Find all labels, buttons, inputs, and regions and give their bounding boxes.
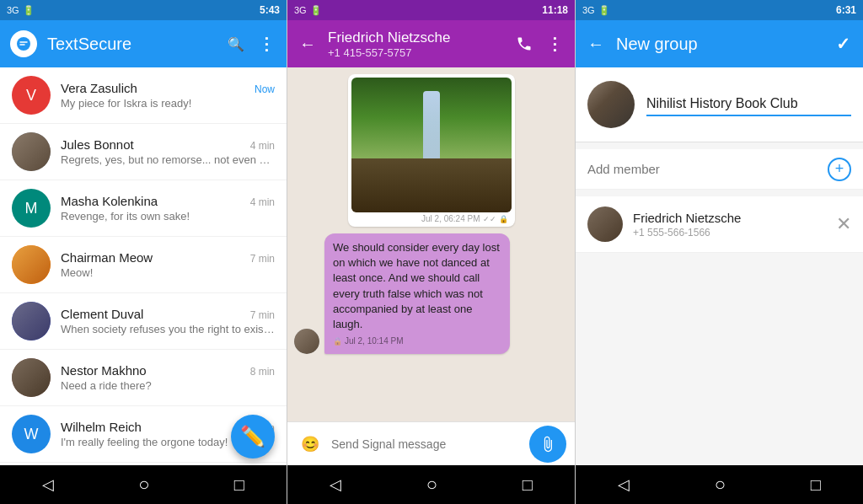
chat-info-jules: Jules Bonnot 4 min Regrets, yes, but no … bbox=[61, 137, 275, 166]
nav-back-1[interactable] bbox=[25, 469, 71, 501]
menu-icon-2[interactable] bbox=[544, 34, 565, 54]
chat-name-nestor: Nestor Makhno bbox=[61, 363, 147, 378]
chat-preview-meow: Meow! bbox=[61, 266, 275, 279]
status-left-3: 3G 🔋 bbox=[582, 5, 610, 16]
new-group-body: + Friedrich Nietzsche +1 555-566-1566 ✕ bbox=[576, 67, 863, 465]
contact-name-header: Friedrich Nietzsche bbox=[328, 29, 504, 46]
chat-name-row-jules: Jules Bonnot 4 min bbox=[61, 137, 275, 152]
chat-name-row-clement: Clement Duval 7 min bbox=[61, 307, 275, 321]
add-member-section: + bbox=[576, 149, 863, 190]
app-header-1: TextSecure bbox=[0, 20, 287, 67]
chat-name-row-meow: Chairman Meow 7 min bbox=[61, 250, 275, 265]
chat-info-clement: Clement Duval 7 min When society refuses… bbox=[61, 307, 275, 335]
waterfall-image bbox=[351, 78, 512, 212]
message-text: We should consider every day lost on whi… bbox=[333, 241, 500, 330]
chat-name-row-vera: Vera Zasulich Now bbox=[61, 81, 275, 95]
member-name-friedrich: Friedrich Nietzsche bbox=[633, 211, 826, 225]
page-title-3: New group bbox=[616, 35, 823, 54]
status-time-3: 6:31 bbox=[836, 4, 856, 16]
bottom-nav-3 bbox=[576, 465, 863, 504]
chat-time-clement: 7 min bbox=[250, 309, 275, 321]
avatar-wilhelm: W bbox=[12, 415, 51, 453]
avatar-jules bbox=[12, 132, 51, 171]
member-avatar-img-friedrich bbox=[587, 206, 623, 242]
status-time-2: 11:18 bbox=[542, 4, 568, 16]
chat-item-jules[interactable]: Jules Bonnot 4 min Regrets, yes, but no … bbox=[0, 124, 287, 180]
nav-home-3[interactable] bbox=[698, 467, 742, 502]
avatar-clement bbox=[12, 302, 51, 340]
pencil-icon: ✏️ bbox=[240, 425, 265, 448]
group-name-input[interactable] bbox=[646, 93, 851, 116]
back-button-3[interactable] bbox=[586, 34, 606, 54]
menu-icon-1[interactable] bbox=[256, 34, 276, 54]
chat-item-masha[interactable]: M Masha Kolenkina 4 min Revenge, for its… bbox=[0, 180, 287, 237]
chat-name-vera: Vera Zasulich bbox=[61, 81, 137, 95]
chat-item-meow[interactable]: Chairman Meow 7 min Meow! bbox=[0, 237, 287, 293]
status-bar-2: 3G 🔋 11:18 bbox=[287, 0, 575, 20]
network-indicator-2: 3G bbox=[294, 5, 307, 15]
chat-name-row-nestor: Nestor Makhno 8 min bbox=[61, 363, 275, 378]
nav-back-3[interactable] bbox=[601, 469, 646, 501]
nav-recents-3[interactable] bbox=[794, 469, 838, 501]
chat-name-masha: Masha Kolenkina bbox=[61, 194, 158, 208]
sender-avatar-img bbox=[294, 329, 319, 354]
network-indicator-1: 3G bbox=[7, 5, 19, 15]
nav-recents-2[interactable] bbox=[506, 469, 549, 501]
group-avatar-img bbox=[587, 81, 635, 128]
chat-time-vera: Now bbox=[255, 83, 275, 95]
battery-icon-2: 🔋 bbox=[310, 5, 322, 16]
status-bar-3: 3G 🔋 6:31 bbox=[576, 0, 863, 20]
remove-member-button[interactable]: ✕ bbox=[836, 213, 851, 235]
add-member-button[interactable]: + bbox=[828, 158, 851, 181]
chat-time-jules: 4 min bbox=[250, 140, 275, 152]
nav-back-2[interactable] bbox=[313, 469, 358, 501]
member-item-friedrich: Friedrich Nietzsche +1 555-566-1566 ✕ bbox=[576, 196, 863, 253]
bottom-nav-2 bbox=[287, 465, 575, 504]
chat-info-nestor: Nestor Makhno 8 min Need a ride there? bbox=[61, 363, 275, 392]
emoji-button[interactable] bbox=[296, 430, 324, 458]
message-meta: 🔒 Jul 2, 10:14 PM bbox=[333, 335, 501, 347]
message-input-bar bbox=[287, 421, 575, 465]
battery-icon-1: 🔋 bbox=[23, 5, 35, 16]
chat-name-wilhelm: Wilhelm Reich bbox=[61, 420, 142, 434]
chat-name-clement: Clement Duval bbox=[61, 307, 143, 321]
nav-recents-1[interactable] bbox=[217, 469, 261, 501]
app-header-3: New group bbox=[576, 20, 863, 67]
chat-info-vera: Vera Zasulich Now My piece for Iskra is … bbox=[61, 81, 275, 110]
back-button-2[interactable] bbox=[297, 34, 318, 54]
message-bubble-row: We should consider every day lost on whi… bbox=[294, 233, 568, 354]
image-timestamp: Jul 2, 06:24 PM bbox=[421, 214, 480, 223]
compose-fab[interactable]: ✏️ bbox=[231, 415, 275, 458]
search-icon[interactable] bbox=[226, 34, 246, 54]
chat-preview-jules: Regrets, yes, but no remorse... not even… bbox=[61, 153, 275, 166]
chat-info-masha: Masha Kolenkina 4 min Revenge, for its o… bbox=[61, 194, 275, 223]
chat-time-nestor: 8 min bbox=[250, 366, 275, 378]
attach-button[interactable] bbox=[529, 426, 566, 463]
add-member-input[interactable] bbox=[587, 162, 819, 176]
chat-item-vera[interactable]: V Vera Zasulich Now My piece for Iskra i… bbox=[0, 67, 287, 124]
nav-home-1[interactable] bbox=[121, 467, 166, 502]
chat-preview-nestor: Need a ride there? bbox=[61, 379, 275, 392]
chat-name-meow: Chairman Meow bbox=[61, 250, 153, 265]
chat-item-nestor[interactable]: Nestor Makhno 8 min Need a ride there? bbox=[0, 350, 287, 406]
panel-new-group: 3G 🔋 6:31 New group + Friedrich bbox=[576, 0, 863, 504]
chat-time-masha: 4 min bbox=[250, 196, 275, 208]
textsecure-logo bbox=[10, 30, 37, 57]
status-bar-1: 3G 🔋 5:43 bbox=[0, 0, 287, 20]
chat-time-meow: 7 min bbox=[250, 253, 275, 265]
msg-sender-avatar bbox=[294, 329, 319, 354]
phone-icon[interactable] bbox=[514, 34, 534, 54]
nav-home-2[interactable] bbox=[410, 467, 454, 502]
group-avatar[interactable] bbox=[587, 81, 635, 128]
member-phone-friedrich: +1 555-566-1566 bbox=[633, 227, 826, 239]
status-left-1: 3G 🔋 bbox=[7, 5, 35, 16]
chat-item-clement[interactable]: Clement Duval 7 min When society refuses… bbox=[0, 293, 287, 350]
avatar-nestor bbox=[12, 358, 51, 397]
message-input[interactable] bbox=[331, 437, 523, 451]
member-info-friedrich: Friedrich Nietzsche +1 555-566-1566 bbox=[633, 211, 826, 239]
message-timestamp: Jul 2, 10:14 PM bbox=[345, 335, 403, 347]
message-list: Jul 2, 06:24 PM ✓✓ 🔒 We should consider … bbox=[287, 67, 575, 421]
done-button[interactable] bbox=[833, 34, 853, 54]
svg-point-0 bbox=[17, 37, 30, 51]
message-image: Jul 2, 06:24 PM ✓✓ 🔒 bbox=[348, 74, 515, 227]
